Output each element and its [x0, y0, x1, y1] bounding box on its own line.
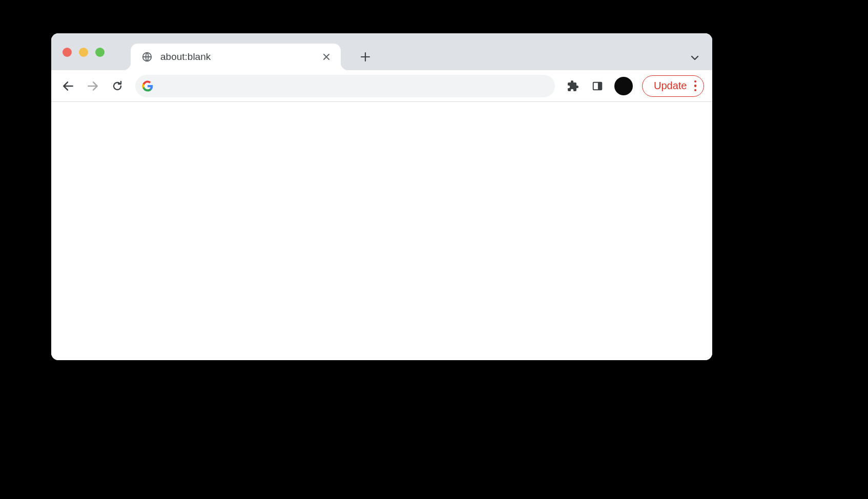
tab-close-button[interactable]	[319, 50, 334, 64]
window-controls	[63, 48, 105, 57]
globe-icon	[141, 51, 153, 63]
extensions-button[interactable]	[562, 75, 584, 97]
svg-rect-2	[598, 82, 602, 90]
tabs-dropdown-button[interactable]	[685, 48, 705, 68]
plus-icon	[360, 52, 370, 62]
tab-active[interactable]: about:blank	[131, 44, 341, 70]
browser-window: about:blank	[51, 33, 712, 360]
toolbar: Update	[51, 70, 712, 102]
reload-button[interactable]	[107, 75, 128, 97]
address-input[interactable]	[160, 80, 552, 91]
back-button[interactable]	[57, 75, 79, 97]
chevron-down-icon	[690, 53, 699, 63]
update-button[interactable]: Update	[642, 75, 704, 97]
kebab-menu-icon	[694, 80, 697, 92]
google-g-icon	[141, 80, 154, 92]
address-bar[interactable]	[135, 75, 555, 97]
side-panel-icon	[592, 80, 603, 92]
update-label: Update	[654, 80, 687, 92]
forward-button[interactable]	[82, 75, 104, 97]
tab-title: about:blank	[160, 51, 312, 63]
tab-strip: about:blank	[51, 33, 712, 70]
arrow-left-icon	[61, 79, 75, 93]
arrow-right-icon	[86, 79, 99, 93]
puzzle-piece-icon	[567, 80, 579, 92]
new-tab-button[interactable]	[355, 47, 376, 67]
reload-icon	[111, 80, 123, 92]
side-panel-button[interactable]	[587, 75, 608, 97]
close-icon	[322, 53, 330, 61]
profile-avatar[interactable]	[614, 77, 633, 95]
window-maximize-button[interactable]	[95, 48, 105, 57]
window-close-button[interactable]	[63, 48, 72, 57]
page-content-blank	[51, 102, 712, 360]
window-minimize-button[interactable]	[79, 48, 88, 57]
